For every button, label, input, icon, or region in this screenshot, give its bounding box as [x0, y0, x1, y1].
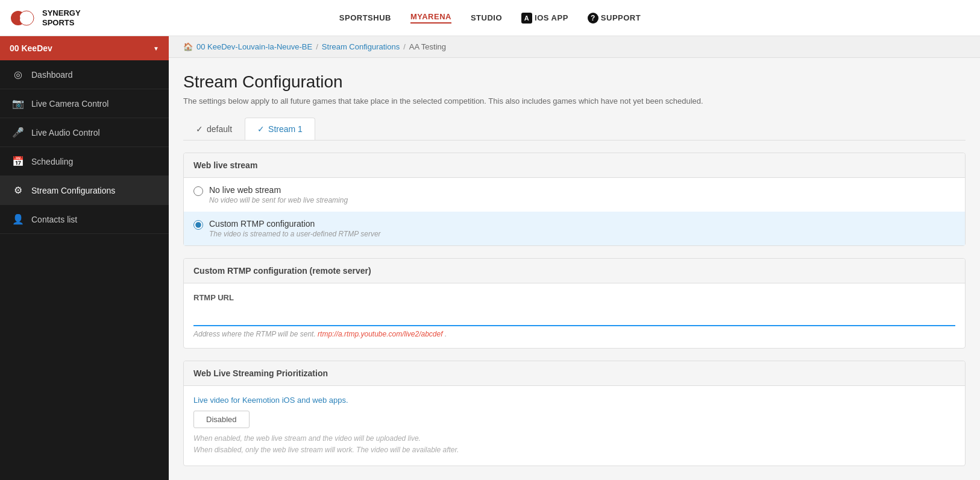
custom-rtmp-option[interactable]: Custom RTMP configuration The video is s…	[184, 212, 965, 245]
toggle-hint: When enabled, the web live stream and th…	[193, 433, 955, 456]
rtmp-url-label: RTMP URL	[193, 293, 955, 302]
nav-sportshub[interactable]: SPORTSHUB	[339, 13, 391, 22]
web-live-stream-header: Web live stream	[184, 153, 965, 178]
sidebar-item-live-audio[interactable]: 🎤 Live Audio Control	[0, 118, 169, 147]
checkmark-icon-2: ✓	[257, 124, 265, 134]
sidebar-item-label: Live Camera Control	[31, 99, 108, 109]
breadcrumb-home-link[interactable]: 00 KeeDev-Louvain-la-Neuve-BE	[196, 42, 312, 51]
content-inner: Stream Configuration The settings below …	[169, 58, 980, 480]
custom-rtmp-radio[interactable]	[193, 220, 203, 230]
breadcrumb-separator: /	[316, 42, 318, 51]
tab-stream1[interactable]: ✓ Stream 1	[245, 118, 315, 140]
tab-stream1-label: Stream 1	[268, 124, 303, 134]
rtmp-example: rtmp://a.rtmp.youtube.com/live2/abcdef	[318, 330, 442, 338]
checkmark-icon: ✓	[196, 124, 203, 134]
no-stream-desc: No video will be sent for web live strea…	[209, 196, 348, 204]
main-content: 🏠 00 KeeDev-Louvain-la-Neuve-BE / Stream…	[169, 36, 980, 480]
iosapp-icon: A	[521, 13, 532, 24]
sidebar-item-dashboard[interactable]: ◎ Dashboard	[0, 60, 169, 89]
prioritization-section: Web Live Streaming Prioritization Live v…	[183, 361, 966, 466]
no-stream-label: No live web stream	[209, 185, 348, 195]
custom-rtmp-section: Custom RTMP configuration (remote server…	[183, 258, 966, 349]
support-icon: ?	[588, 13, 598, 24]
sidebar-item-contacts-list[interactable]: 👤 Contacts list	[0, 205, 169, 234]
breadcrumb-current: AA Testing	[409, 42, 446, 51]
sidebar-item-scheduling[interactable]: 📅 Scheduling	[0, 147, 169, 176]
stream-tabs: ✓ default ✓ Stream 1	[183, 118, 966, 141]
breadcrumb-separator-2: /	[403, 42, 406, 51]
prioritization-description: Live video for Keemotion iOS and web app…	[193, 396, 955, 405]
chevron-down-icon: ▼	[153, 45, 159, 52]
tab-default[interactable]: ✓ default	[183, 118, 245, 140]
rtmp-url-input[interactable]	[193, 306, 955, 326]
tab-default-label: default	[207, 124, 232, 134]
no-live-stream-option[interactable]: No live web stream No video will be sent…	[184, 178, 965, 212]
top-navigation: SYNERGY SPORTS SPORTSHUB MYARENA STUDIO …	[0, 0, 980, 36]
scheduling-icon: 📅	[12, 156, 24, 167]
sidebar-team-selector[interactable]: 00 KeeDev ▼	[0, 36, 169, 60]
dashboard-icon: ◎	[12, 69, 24, 80]
nav-iosapp[interactable]: A IOS APP	[521, 13, 568, 24]
prioritization-header: Web Live Streaming Prioritization	[184, 361, 965, 386]
sidebar-team-name: 00 KeeDev	[10, 43, 52, 53]
custom-rtmp-header: Custom RTMP configuration (remote server…	[184, 259, 965, 283]
sidebar-item-label: Live Audio Control	[31, 128, 100, 137]
sidebar-item-label: Dashboard	[31, 70, 73, 80]
logo-text: SYNERGY SPORTS	[42, 8, 81, 27]
breadcrumb-middle-link[interactable]: Stream Configurations	[322, 42, 400, 51]
sidebar-item-live-camera[interactable]: 📷 Live Camera Control	[0, 89, 169, 118]
logo-area: SYNERGY SPORTS	[0, 7, 81, 29]
logo-icon	[10, 7, 39, 29]
no-stream-radio[interactable]	[193, 186, 203, 196]
breadcrumb: 🏠 00 KeeDev-Louvain-la-Neuve-BE / Stream…	[169, 36, 980, 58]
nav-support[interactable]: ? SUPPORT	[588, 13, 641, 24]
custom-rtmp-label: Custom RTMP configuration	[209, 219, 381, 229]
nav-studio[interactable]: STUDIO	[471, 13, 502, 22]
page-description: The settings below apply to all future g…	[183, 96, 966, 106]
web-live-stream-section: Web live stream No live web stream No vi…	[183, 153, 966, 246]
gear-icon: ⚙	[12, 185, 24, 196]
custom-rtmp-body: RTMP URL Address where the RTMP will be …	[184, 283, 965, 348]
rtmp-url-hint: Address where the RTMP will be sent. rtm…	[193, 330, 955, 338]
nav-links: SPORTSHUB MYARENA STUDIO A IOS APP ? SUP…	[339, 12, 641, 24]
contacts-icon: 👤	[12, 213, 24, 225]
sidebar-item-label: Stream Configurations	[31, 186, 115, 195]
sidebar-item-label: Contacts list	[31, 215, 77, 224]
prioritization-body: Live video for Keemotion iOS and web app…	[184, 386, 965, 466]
sidebar-item-stream-configurations[interactable]: ⚙ Stream Configurations	[0, 176, 169, 205]
nav-myarena[interactable]: MYARENA	[410, 12, 451, 24]
audio-icon: 🎤	[12, 127, 24, 138]
camera-icon: 📷	[12, 98, 24, 109]
home-icon: 🏠	[183, 42, 193, 51]
sidebar-item-label: Scheduling	[31, 157, 73, 166]
page-title: Stream Configuration	[183, 72, 966, 92]
toggle-disabled-button[interactable]: Disabled	[193, 411, 250, 428]
custom-rtmp-desc: The video is streamed to a user-defined …	[209, 230, 381, 238]
svg-point-1	[19, 11, 34, 25]
sidebar: 00 KeeDev ▼ ◎ Dashboard 📷 Live Camera Co…	[0, 36, 169, 480]
main-layout: 00 KeeDev ▼ ◎ Dashboard 📷 Live Camera Co…	[0, 36, 980, 480]
